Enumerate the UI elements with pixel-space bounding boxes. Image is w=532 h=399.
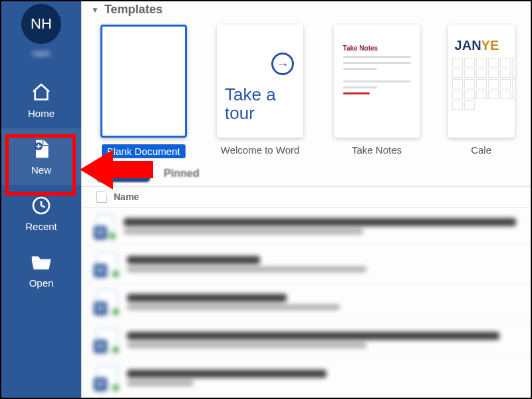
- template-take-notes[interactable]: Take Notes Take Notes: [331, 25, 422, 158]
- collapse-triangle-icon: ▼: [91, 5, 99, 15]
- tab-pinned[interactable]: Pinned: [164, 168, 199, 180]
- main-panel: ▼ Templates Blank Document → Take a tour…: [81, 1, 531, 398]
- templates-title: Templates: [104, 3, 163, 17]
- word-document-icon: W: [96, 214, 114, 238]
- sidebar-item-label: Recent: [25, 221, 57, 232]
- annotation-arrow-icon: [80, 146, 153, 193]
- clock-icon: [30, 194, 53, 217]
- tour-text: Take a tour: [225, 85, 303, 123]
- word-document-icon: W: [96, 252, 118, 276]
- file-row-text: [127, 370, 327, 386]
- word-document-icon: W: [96, 328, 118, 352]
- word-document-icon: W: [96, 290, 118, 314]
- home-icon: [30, 81, 53, 104]
- sidebar-item-label: Open: [29, 277, 54, 289]
- folder-open-icon: [30, 251, 53, 273]
- file-row[interactable]: W: [82, 321, 531, 359]
- word-document-icon: W: [96, 366, 118, 390]
- template-blank-document[interactable]: Blank Document: [98, 25, 189, 158]
- templates-row: Blank Document → Take a tour Welcome to …: [82, 17, 531, 161]
- template-label: Cale: [471, 144, 491, 156]
- list-header-name[interactable]: Name: [114, 192, 139, 202]
- file-row-text: [124, 218, 516, 234]
- sidebar-item-open[interactable]: Open: [1, 241, 81, 298]
- tour-arrow-icon: →: [271, 53, 294, 75]
- template-thumb: → Take a tour: [217, 25, 303, 138]
- file-row[interactable]: W: [82, 283, 531, 321]
- template-label: Welcome to Word: [221, 144, 300, 156]
- sidebar-item-home[interactable]: Home: [1, 72, 81, 128]
- file-row[interactable]: W: [82, 359, 531, 397]
- file-row-text: [127, 256, 366, 272]
- recent-files-list: WWWWW: [82, 207, 531, 397]
- file-row-text: [127, 332, 499, 348]
- sidebar-nav: Home New Recent: [1, 72, 81, 298]
- sidebar-item-new[interactable]: New: [1, 128, 81, 185]
- template-calendar[interactable]: JANYE Cale: [448, 25, 515, 158]
- app-frame: NH nam Home New: [0, 0, 532, 399]
- new-document-icon: [30, 138, 53, 160]
- template-thumb: [100, 25, 187, 138]
- file-row[interactable]: W: [82, 207, 531, 245]
- template-welcome-to-word[interactable]: → Take a tour Welcome to Word: [214, 25, 305, 158]
- file-row-text: [127, 294, 340, 310]
- sidebar-item-recent[interactable]: Recent: [1, 185, 81, 241]
- calendar-grid-icon: [452, 58, 515, 110]
- sidebar: NH nam Home New: [1, 1, 81, 398]
- template-label: Take Notes: [352, 144, 402, 156]
- template-thumb: Take Notes: [334, 25, 420, 138]
- svg-marker-2: [80, 150, 153, 190]
- notes-title: Take Notes: [343, 45, 411, 52]
- username-label: nam: [32, 48, 50, 59]
- calendar-heading: JANYE: [455, 38, 499, 53]
- app-layout: NH nam Home New: [1, 1, 531, 398]
- sidebar-item-label: New: [31, 164, 51, 176]
- template-thumb: JANYE: [448, 25, 515, 138]
- sidebar-item-label: Home: [28, 108, 55, 119]
- templates-section-header[interactable]: ▼ Templates: [82, 3, 531, 17]
- file-row[interactable]: W: [82, 245, 531, 283]
- avatar[interactable]: NH: [21, 4, 61, 44]
